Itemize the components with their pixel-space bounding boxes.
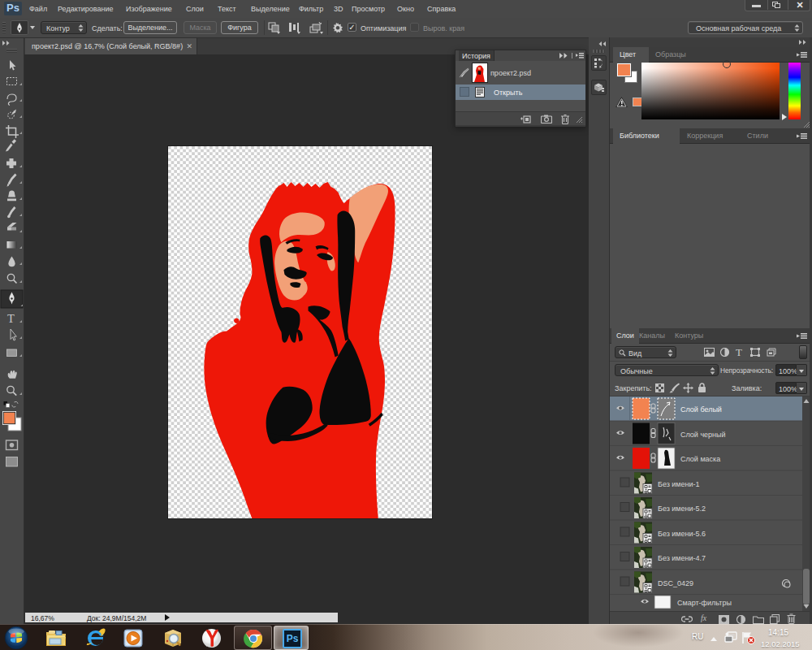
svg-text:Без имени-4.7: Без имени-4.7 bbox=[658, 554, 706, 562]
svg-text:Без имени-5.2: Без имени-5.2 bbox=[658, 505, 706, 513]
svg-text:Слой черный: Слой черный bbox=[680, 431, 726, 439]
svg-text:Без имени-5.6: Без имени-5.6 bbox=[658, 530, 706, 538]
svg-text:T: T bbox=[7, 312, 15, 325]
svg-text:Слой белый: Слой белый bbox=[680, 405, 722, 414]
svg-text:DSC_0429: DSC_0429 bbox=[658, 579, 693, 587]
svg-text:Без имени-1: Без имени-1 bbox=[658, 480, 700, 488]
svg-text:Слой маска: Слой маска bbox=[680, 455, 720, 463]
svg-text:Смарт-фильтры: Смарт-фильтры bbox=[677, 599, 732, 607]
